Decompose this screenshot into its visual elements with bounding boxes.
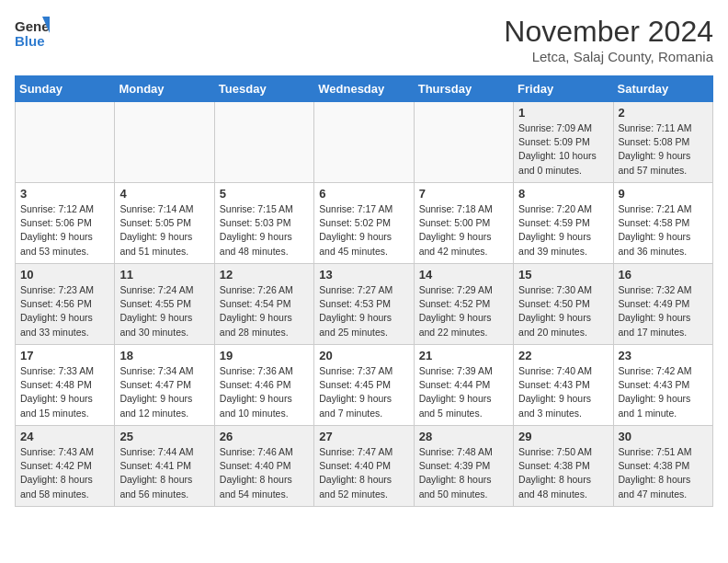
calendar-cell: 22Sunrise: 7:40 AM Sunset: 4:43 PM Dayli… [514, 345, 613, 426]
calendar-cell: 24Sunrise: 7:43 AM Sunset: 4:42 PM Dayli… [16, 426, 115, 507]
calendar-cell: 26Sunrise: 7:46 AM Sunset: 4:40 PM Dayli… [214, 426, 313, 507]
day-info: Sunrise: 7:14 AM Sunset: 5:05 PM Dayligh… [119, 202, 209, 259]
weekday-header-row: SundayMondayTuesdayWednesdayThursdayFrid… [16, 76, 713, 102]
day-info: Sunrise: 7:40 AM Sunset: 4:43 PM Dayligh… [518, 364, 608, 420]
day-info: Sunrise: 7:47 AM Sunset: 4:40 PM Dayligh… [319, 445, 408, 501]
calendar-subtitle: Letca, Salaj County, Romania [504, 49, 713, 64]
calendar-week-row: 1Sunrise: 7:09 AM Sunset: 5:09 PM Daylig… [16, 102, 713, 183]
weekday-header-cell: Sunday [16, 76, 115, 102]
day-number: 24 [20, 430, 109, 443]
day-info: Sunrise: 7:11 AM Sunset: 5:08 PM Dayligh… [619, 121, 708, 178]
calendar-cell: 2Sunrise: 7:11 AM Sunset: 5:08 PM Daylig… [613, 102, 712, 183]
day-number: 9 [619, 187, 708, 201]
logo-icon: General Blue [15, 15, 50, 50]
day-number: 7 [419, 187, 508, 201]
day-info: Sunrise: 7:33 AM Sunset: 4:48 PM Dayligh… [20, 364, 109, 420]
day-number: 29 [518, 430, 608, 443]
calendar-cell: 9Sunrise: 7:21 AM Sunset: 4:58 PM Daylig… [613, 183, 712, 264]
calendar-cell: 14Sunrise: 7:29 AM Sunset: 4:52 PM Dayli… [414, 264, 513, 345]
day-number: 12 [220, 268, 309, 282]
day-info: Sunrise: 7:24 AM Sunset: 4:55 PM Dayligh… [119, 283, 209, 339]
weekday-header-cell: Wednesday [314, 76, 414, 102]
day-number: 10 [20, 268, 109, 282]
day-number: 4 [119, 187, 209, 201]
calendar-cell: 12Sunrise: 7:26 AM Sunset: 4:54 PM Dayli… [214, 264, 313, 345]
weekday-header-cell: Monday [115, 76, 214, 102]
calendar-cell: 15Sunrise: 7:30 AM Sunset: 4:50 PM Dayli… [514, 264, 613, 345]
calendar-cell: 28Sunrise: 7:48 AM Sunset: 4:39 PM Dayli… [414, 426, 513, 507]
calendar-cell: 4Sunrise: 7:14 AM Sunset: 5:05 PM Daylig… [115, 183, 214, 264]
day-number: 13 [319, 268, 408, 282]
calendar-week-row: 24Sunrise: 7:43 AM Sunset: 4:42 PM Dayli… [16, 426, 713, 507]
calendar-cell: 30Sunrise: 7:51 AM Sunset: 4:38 PM Dayli… [613, 426, 712, 507]
day-number: 6 [319, 187, 408, 201]
day-info: Sunrise: 7:21 AM Sunset: 4:58 PM Dayligh… [619, 202, 708, 259]
day-number: 5 [220, 187, 309, 201]
calendar-week-row: 10Sunrise: 7:23 AM Sunset: 4:56 PM Dayli… [16, 264, 713, 345]
day-number: 18 [119, 349, 209, 362]
day-number: 1 [518, 106, 608, 120]
day-info: Sunrise: 7:37 AM Sunset: 4:45 PM Dayligh… [319, 364, 408, 420]
day-info: Sunrise: 7:23 AM Sunset: 4:56 PM Dayligh… [20, 283, 109, 339]
day-number: 3 [20, 187, 109, 201]
calendar-cell [115, 102, 214, 183]
calendar-cell: 19Sunrise: 7:36 AM Sunset: 4:46 PM Dayli… [214, 345, 313, 426]
day-info: Sunrise: 7:15 AM Sunset: 5:03 PM Dayligh… [220, 202, 309, 259]
day-info: Sunrise: 7:39 AM Sunset: 4:44 PM Dayligh… [419, 364, 508, 420]
svg-text:Blue: Blue [15, 33, 45, 49]
day-number: 21 [419, 349, 508, 362]
calendar-cell: 27Sunrise: 7:47 AM Sunset: 4:40 PM Dayli… [314, 426, 414, 507]
weekday-header-cell: Thursday [414, 76, 513, 102]
day-number: 25 [119, 430, 209, 443]
day-number: 19 [220, 349, 309, 362]
day-info: Sunrise: 7:43 AM Sunset: 4:42 PM Dayligh… [20, 445, 109, 501]
day-number: 22 [518, 349, 608, 362]
day-info: Sunrise: 7:50 AM Sunset: 4:38 PM Dayligh… [518, 445, 608, 501]
day-info: Sunrise: 7:32 AM Sunset: 4:49 PM Dayligh… [619, 283, 708, 339]
day-number: 8 [518, 187, 608, 201]
calendar-cell: 5Sunrise: 7:15 AM Sunset: 5:03 PM Daylig… [214, 183, 313, 264]
calendar-week-row: 3Sunrise: 7:12 AM Sunset: 5:06 PM Daylig… [16, 183, 713, 264]
day-info: Sunrise: 7:51 AM Sunset: 4:38 PM Dayligh… [619, 445, 708, 501]
header: General Blue November 2024 Letca, Salaj … [15, 15, 713, 64]
calendar-cell: 3Sunrise: 7:12 AM Sunset: 5:06 PM Daylig… [16, 183, 115, 264]
day-number: 20 [319, 349, 408, 362]
day-info: Sunrise: 7:48 AM Sunset: 4:39 PM Dayligh… [419, 445, 508, 501]
calendar-cell: 25Sunrise: 7:44 AM Sunset: 4:41 PM Dayli… [115, 426, 214, 507]
calendar-cell: 8Sunrise: 7:20 AM Sunset: 4:59 PM Daylig… [514, 183, 613, 264]
day-info: Sunrise: 7:44 AM Sunset: 4:41 PM Dayligh… [119, 445, 209, 501]
day-info: Sunrise: 7:20 AM Sunset: 4:59 PM Dayligh… [518, 202, 608, 259]
calendar-cell: 10Sunrise: 7:23 AM Sunset: 4:56 PM Dayli… [16, 264, 115, 345]
title-area: November 2024 Letca, Salaj County, Roman… [504, 15, 713, 64]
day-info: Sunrise: 7:26 AM Sunset: 4:54 PM Dayligh… [220, 283, 309, 339]
day-number: 14 [419, 268, 508, 282]
day-number: 2 [619, 106, 708, 120]
calendar-cell [214, 102, 313, 183]
calendar-week-row: 17Sunrise: 7:33 AM Sunset: 4:48 PM Dayli… [16, 345, 713, 426]
calendar-body: 1Sunrise: 7:09 AM Sunset: 5:09 PM Daylig… [16, 102, 713, 507]
calendar-cell [414, 102, 513, 183]
calendar-cell: 20Sunrise: 7:37 AM Sunset: 4:45 PM Dayli… [314, 345, 414, 426]
day-info: Sunrise: 7:17 AM Sunset: 5:02 PM Dayligh… [319, 202, 408, 259]
calendar-title: November 2024 [504, 15, 713, 49]
day-info: Sunrise: 7:12 AM Sunset: 5:06 PM Dayligh… [20, 202, 109, 259]
day-info: Sunrise: 7:46 AM Sunset: 4:40 PM Dayligh… [220, 445, 309, 501]
weekday-header-cell: Tuesday [214, 76, 313, 102]
day-number: 17 [20, 349, 109, 362]
day-number: 15 [518, 268, 608, 282]
weekday-header-cell: Saturday [613, 76, 712, 102]
calendar-cell: 21Sunrise: 7:39 AM Sunset: 4:44 PM Dayli… [414, 345, 513, 426]
day-info: Sunrise: 7:30 AM Sunset: 4:50 PM Dayligh… [518, 283, 608, 339]
day-number: 11 [119, 268, 209, 282]
day-info: Sunrise: 7:18 AM Sunset: 5:00 PM Dayligh… [419, 202, 508, 259]
day-number: 27 [319, 430, 408, 443]
day-info: Sunrise: 7:09 AM Sunset: 5:09 PM Dayligh… [518, 121, 608, 178]
calendar-cell: 17Sunrise: 7:33 AM Sunset: 4:48 PM Dayli… [16, 345, 115, 426]
calendar-cell: 6Sunrise: 7:17 AM Sunset: 5:02 PM Daylig… [314, 183, 414, 264]
calendar-cell [16, 102, 115, 183]
calendar-table: SundayMondayTuesdayWednesdayThursdayFrid… [15, 75, 713, 507]
day-info: Sunrise: 7:34 AM Sunset: 4:47 PM Dayligh… [119, 364, 209, 420]
day-info: Sunrise: 7:36 AM Sunset: 4:46 PM Dayligh… [220, 364, 309, 420]
day-info: Sunrise: 7:27 AM Sunset: 4:53 PM Dayligh… [319, 283, 408, 339]
logo: General Blue [15, 15, 50, 50]
